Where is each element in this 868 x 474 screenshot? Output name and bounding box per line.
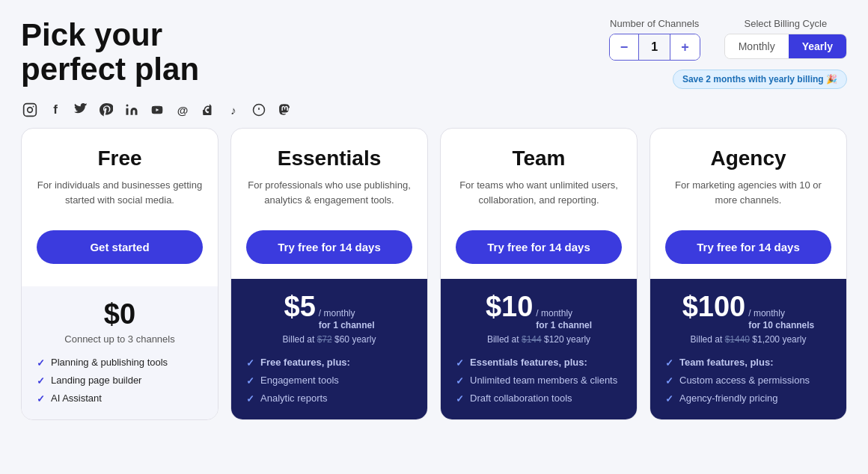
essentials-feature-3: ✓ Analytic reports: [246, 393, 412, 404]
essentials-billed: Billed at $72 $60 yearly: [246, 334, 412, 345]
channels-label: Number of Channels: [610, 18, 699, 29]
svg-rect-0: [24, 104, 37, 117]
team-plan-card: Team For teams who want unlimited users,…: [440, 128, 638, 420]
youtube-icon: [148, 101, 166, 119]
billing-toggle: Monthly Yearly: [724, 34, 847, 59]
team-feature-1: ✓ Essentials features, plus:: [456, 357, 622, 369]
free-features: ✓ Planning & publishing tools ✓ Landing …: [37, 357, 203, 404]
channel-count: 1: [638, 34, 670, 60]
essentials-plan-bottom: $5 / monthly for 1 channel Billed at $72…: [231, 279, 427, 419]
agency-feature-2: ✓ Custom access & permissions: [665, 375, 831, 387]
agency-cta-button[interactable]: Try free for 14 days: [665, 230, 831, 264]
tiktok-icon: ♪: [224, 101, 242, 119]
free-feature-2: ✓ Landing page builder: [37, 375, 203, 387]
svg-point-1: [28, 108, 33, 113]
team-cta-button[interactable]: Try free for 14 days: [456, 230, 622, 264]
twitter-icon: [72, 101, 90, 119]
threads-icon: @: [174, 101, 192, 119]
essentials-plan-card: Essentials For professionals who use pub…: [230, 128, 428, 420]
essentials-cta-button[interactable]: Try free for 14 days: [246, 230, 412, 264]
essentials-plan-top: Essentials For professionals who use pub…: [231, 129, 427, 279]
controls-row: Number of Channels − 1 + Select Billing …: [609, 18, 847, 61]
agency-plan-card: Agency For marketing agencies with 10 or…: [650, 128, 847, 420]
agency-features: ✓ Team features, plus: ✓ Custom access &…: [665, 357, 831, 404]
essentials-plan-name: Essentials: [246, 147, 412, 170]
free-price-amount: $0: [104, 298, 135, 330]
team-feature-2: ✓ Unlimited team members & clients: [456, 375, 622, 387]
savings-badge: Save 2 months with yearly billing 🎉: [673, 70, 847, 89]
agency-price-amount: $100: [682, 291, 746, 323]
free-plan-top: Free For individuals and businesses gett…: [22, 129, 218, 286]
team-plan-bottom: $10 / monthly for 1 channel Billed at $1…: [441, 279, 637, 419]
social-icons-row: f @ ♪: [21, 101, 847, 119]
yearly-button[interactable]: Yearly: [789, 34, 846, 58]
agency-feature-1: ✓ Team features, plus:: [665, 357, 831, 369]
free-plan-name: Free: [37, 147, 203, 170]
check-icon: ✓: [37, 357, 45, 369]
essentials-feature-2: ✓ Engagement tools: [246, 375, 412, 387]
free-feature-1: ✓ Planning & publishing tools: [37, 357, 203, 369]
team-price-details: / monthly for 1 channel: [536, 308, 592, 331]
check-icon: ✓: [456, 393, 464, 404]
facebook-icon: f: [46, 101, 64, 119]
mastodon-icon: [275, 101, 293, 119]
agency-feature-3: ✓ Agency-friendly pricing: [665, 393, 831, 404]
linkedin-icon: [123, 101, 141, 119]
check-icon: ✓: [665, 357, 673, 369]
instagram-icon: [21, 101, 39, 119]
check-icon: ✓: [37, 393, 45, 404]
shopify-icon: [199, 101, 217, 119]
page-title: Pick your perfect plan: [21, 18, 275, 87]
decrement-button[interactable]: −: [610, 34, 639, 60]
team-plan-name: Team: [456, 147, 622, 170]
svg-point-3: [126, 105, 129, 107]
increment-button[interactable]: +: [670, 34, 700, 60]
team-price-amount: $10: [486, 291, 533, 323]
free-plan-card: Free For individuals and businesses gett…: [21, 128, 218, 420]
essentials-price-details: / monthly for 1 channel: [319, 308, 375, 331]
check-icon: ✓: [665, 393, 673, 404]
free-channels: Connect up to 3 channels: [37, 333, 203, 345]
billing-control: Select Billing Cycle Monthly Yearly: [724, 18, 847, 59]
check-icon: ✓: [246, 357, 254, 369]
free-price-row: $0: [37, 298, 203, 330]
team-features: ✓ Essentials features, plus: ✓ Unlimited…: [456, 357, 622, 404]
agency-plan-top: Agency For marketing agencies with 10 or…: [650, 129, 846, 279]
free-feature-3: ✓ AI Assistant: [37, 393, 203, 404]
free-plan-bottom: $0 Connect up to 3 channels ✓ Planning &…: [22, 286, 218, 419]
check-icon: ✓: [456, 357, 464, 369]
check-icon: ✓: [37, 375, 45, 387]
agency-plan-bottom: $100 / monthly for 10 channels Billed at…: [650, 279, 846, 419]
header-controls: Number of Channels − 1 + Select Billing …: [609, 18, 847, 89]
agency-billed: Billed at $1440 $1,200 yearly: [665, 334, 831, 345]
billing-label: Select Billing Cycle: [745, 18, 828, 29]
monthly-button[interactable]: Monthly: [725, 34, 789, 58]
agency-price-row: $100 / monthly for 10 channels: [665, 291, 831, 331]
team-plan-top: Team For teams who want unlimited users,…: [441, 129, 637, 279]
essentials-price-row: $5 / monthly for 1 channel: [246, 291, 412, 331]
essentials-price-amount: $5: [284, 291, 316, 323]
check-icon: ✓: [665, 375, 673, 387]
social-icon-1: [250, 101, 268, 119]
agency-price-details: / monthly for 10 channels: [748, 308, 814, 331]
check-icon: ✓: [246, 393, 254, 404]
agency-plan-desc: For marketing agencies with 10 or more c…: [665, 178, 831, 217]
check-icon: ✓: [246, 375, 254, 387]
agency-plan-name: Agency: [665, 147, 831, 170]
pinterest-icon: [97, 101, 115, 119]
team-price-row: $10 / monthly for 1 channel: [456, 291, 622, 331]
channels-control: Number of Channels − 1 +: [609, 18, 700, 61]
team-plan-desc: For teams who want unlimited users, coll…: [456, 178, 622, 217]
check-icon: ✓: [456, 375, 464, 387]
svg-point-2: [33, 106, 34, 108]
plans-grid: Free For individuals and businesses gett…: [21, 128, 847, 420]
free-cta-button[interactable]: Get started: [37, 230, 203, 264]
team-feature-3: ✓ Draft collaboration tools: [456, 393, 622, 404]
essentials-feature-1: ✓ Free features, plus:: [246, 357, 412, 369]
essentials-features: ✓ Free features, plus: ✓ Engagement tool…: [246, 357, 412, 404]
essentials-plan-desc: For professionals who use publishing, an…: [246, 178, 412, 217]
stepper: − 1 +: [609, 34, 700, 61]
free-plan-desc: For individuals and businesses getting s…: [37, 178, 203, 217]
team-billed: Billed at $144 $120 yearly: [456, 334, 622, 345]
